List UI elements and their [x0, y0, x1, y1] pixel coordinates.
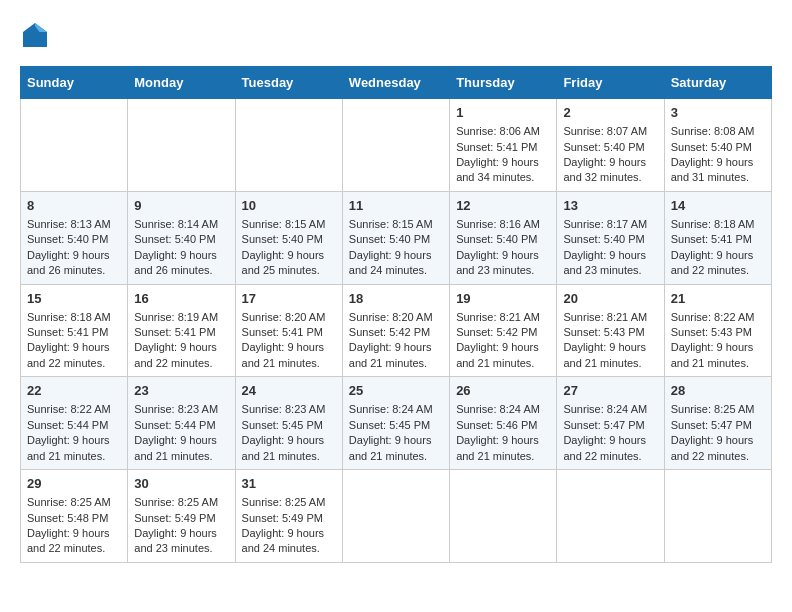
calendar-day-cell: 22 Sunrise: 8:22 AM Sunset: 5:44 PM Dayl…: [21, 377, 128, 470]
day-of-week-header: Saturday: [664, 67, 771, 99]
day-number: 30: [134, 475, 228, 493]
sunrise: Sunrise: 8:23 AM: [242, 403, 326, 415]
empty-cell: [342, 470, 449, 563]
day-number: 9: [134, 197, 228, 215]
calendar-week-row: 8 Sunrise: 8:13 AM Sunset: 5:40 PM Dayli…: [21, 191, 772, 284]
daylight: Daylight: 9 hours and 31 minutes.: [671, 156, 754, 183]
day-of-week-header: Monday: [128, 67, 235, 99]
calendar-day-cell: 11 Sunrise: 8:15 AM Sunset: 5:40 PM Dayl…: [342, 191, 449, 284]
daylight: Daylight: 9 hours and 26 minutes.: [134, 249, 217, 276]
empty-cell: [128, 99, 235, 192]
calendar-table: SundayMondayTuesdayWednesdayThursdayFrid…: [20, 66, 772, 563]
daylight: Daylight: 9 hours and 21 minutes.: [671, 341, 754, 368]
day-number: 21: [671, 290, 765, 308]
calendar-day-cell: 3 Sunrise: 8:08 AM Sunset: 5:40 PM Dayli…: [664, 99, 771, 192]
calendar-day-cell: 9 Sunrise: 8:14 AM Sunset: 5:40 PM Dayli…: [128, 191, 235, 284]
calendar-day-cell: 25 Sunrise: 8:24 AM Sunset: 5:45 PM Dayl…: [342, 377, 449, 470]
calendar-day-cell: 12 Sunrise: 8:16 AM Sunset: 5:40 PM Dayl…: [450, 191, 557, 284]
sunset: Sunset: 5:40 PM: [27, 233, 108, 245]
sunrise: Sunrise: 8:06 AM: [456, 125, 540, 137]
sunrise: Sunrise: 8:08 AM: [671, 125, 755, 137]
calendar-day-cell: 15 Sunrise: 8:18 AM Sunset: 5:41 PM Dayl…: [21, 284, 128, 377]
sunset: Sunset: 5:49 PM: [242, 512, 323, 524]
sunset: Sunset: 5:40 PM: [671, 141, 752, 153]
day-of-week-header: Tuesday: [235, 67, 342, 99]
day-number: 26: [456, 382, 550, 400]
calendar-day-cell: 2 Sunrise: 8:07 AM Sunset: 5:40 PM Dayli…: [557, 99, 664, 192]
page-header: [20, 20, 772, 50]
calendar-day-cell: 21 Sunrise: 8:22 AM Sunset: 5:43 PM Dayl…: [664, 284, 771, 377]
sunrise: Sunrise: 8:14 AM: [134, 218, 218, 230]
day-number: 28: [671, 382, 765, 400]
calendar-header: SundayMondayTuesdayWednesdayThursdayFrid…: [21, 67, 772, 99]
logo-icon: [20, 20, 50, 50]
sunset: Sunset: 5:42 PM: [456, 326, 537, 338]
sunset: Sunset: 5:40 PM: [456, 233, 537, 245]
day-number: 8: [27, 197, 121, 215]
sunrise: Sunrise: 8:15 AM: [349, 218, 433, 230]
sunrise: Sunrise: 8:25 AM: [134, 496, 218, 508]
day-number: 17: [242, 290, 336, 308]
calendar-day-cell: 10 Sunrise: 8:15 AM Sunset: 5:40 PM Dayl…: [235, 191, 342, 284]
sunrise: Sunrise: 8:22 AM: [27, 403, 111, 415]
day-number: 15: [27, 290, 121, 308]
daylight: Daylight: 9 hours and 23 minutes.: [563, 249, 646, 276]
sunset: Sunset: 5:41 PM: [242, 326, 323, 338]
sunset: Sunset: 5:40 PM: [563, 141, 644, 153]
sunset: Sunset: 5:44 PM: [134, 419, 215, 431]
sunset: Sunset: 5:44 PM: [27, 419, 108, 431]
sunrise: Sunrise: 8:19 AM: [134, 311, 218, 323]
sunrise: Sunrise: 8:24 AM: [563, 403, 647, 415]
calendar-day-cell: 17 Sunrise: 8:20 AM Sunset: 5:41 PM Dayl…: [235, 284, 342, 377]
day-number: 11: [349, 197, 443, 215]
sunset: Sunset: 5:47 PM: [563, 419, 644, 431]
empty-cell: [21, 99, 128, 192]
day-of-week-header: Wednesday: [342, 67, 449, 99]
sunset: Sunset: 5:46 PM: [456, 419, 537, 431]
daylight: Daylight: 9 hours and 23 minutes.: [456, 249, 539, 276]
day-number: 1: [456, 104, 550, 122]
sunrise: Sunrise: 8:17 AM: [563, 218, 647, 230]
daylight: Daylight: 9 hours and 22 minutes.: [671, 434, 754, 461]
day-number: 2: [563, 104, 657, 122]
empty-cell: [557, 470, 664, 563]
calendar-day-cell: 18 Sunrise: 8:20 AM Sunset: 5:42 PM Dayl…: [342, 284, 449, 377]
daylight: Daylight: 9 hours and 24 minutes.: [349, 249, 432, 276]
day-number: 20: [563, 290, 657, 308]
daylight: Daylight: 9 hours and 26 minutes.: [27, 249, 110, 276]
calendar-day-cell: 27 Sunrise: 8:24 AM Sunset: 5:47 PM Dayl…: [557, 377, 664, 470]
sunset: Sunset: 5:41 PM: [134, 326, 215, 338]
sunrise: Sunrise: 8:24 AM: [456, 403, 540, 415]
sunset: Sunset: 5:41 PM: [671, 233, 752, 245]
sunrise: Sunrise: 8:20 AM: [242, 311, 326, 323]
empty-cell: [450, 470, 557, 563]
day-number: 18: [349, 290, 443, 308]
sunrise: Sunrise: 8:21 AM: [456, 311, 540, 323]
daylight: Daylight: 9 hours and 23 minutes.: [134, 527, 217, 554]
sunset: Sunset: 5:40 PM: [242, 233, 323, 245]
day-number: 12: [456, 197, 550, 215]
sunset: Sunset: 5:40 PM: [134, 233, 215, 245]
calendar-week-row: 29 Sunrise: 8:25 AM Sunset: 5:48 PM Dayl…: [21, 470, 772, 563]
daylight: Daylight: 9 hours and 25 minutes.: [242, 249, 325, 276]
calendar-day-cell: 20 Sunrise: 8:21 AM Sunset: 5:43 PM Dayl…: [557, 284, 664, 377]
daylight: Daylight: 9 hours and 21 minutes.: [563, 341, 646, 368]
sunrise: Sunrise: 8:20 AM: [349, 311, 433, 323]
sunrise: Sunrise: 8:21 AM: [563, 311, 647, 323]
calendar-day-cell: 16 Sunrise: 8:19 AM Sunset: 5:41 PM Dayl…: [128, 284, 235, 377]
sunset: Sunset: 5:42 PM: [349, 326, 430, 338]
daylight: Daylight: 9 hours and 22 minutes.: [27, 527, 110, 554]
sunrise: Sunrise: 8:24 AM: [349, 403, 433, 415]
sunset: Sunset: 5:43 PM: [563, 326, 644, 338]
sunrise: Sunrise: 8:25 AM: [671, 403, 755, 415]
day-number: 25: [349, 382, 443, 400]
day-number: 3: [671, 104, 765, 122]
calendar-week-row: 22 Sunrise: 8:22 AM Sunset: 5:44 PM Dayl…: [21, 377, 772, 470]
sunrise: Sunrise: 8:22 AM: [671, 311, 755, 323]
calendar-day-cell: 14 Sunrise: 8:18 AM Sunset: 5:41 PM Dayl…: [664, 191, 771, 284]
calendar-day-cell: 24 Sunrise: 8:23 AM Sunset: 5:45 PM Dayl…: [235, 377, 342, 470]
calendar-day-cell: 26 Sunrise: 8:24 AM Sunset: 5:46 PM Dayl…: [450, 377, 557, 470]
day-number: 13: [563, 197, 657, 215]
daylight: Daylight: 9 hours and 21 minutes.: [456, 341, 539, 368]
sunset: Sunset: 5:45 PM: [242, 419, 323, 431]
